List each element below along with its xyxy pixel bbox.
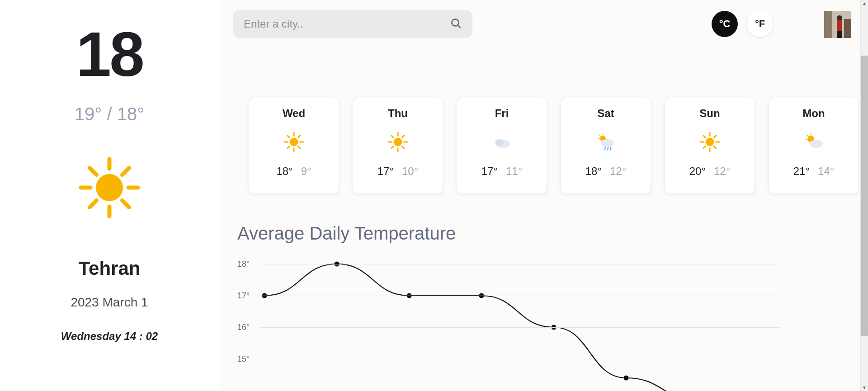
forecast-day-name: Fri — [495, 107, 509, 120]
forecast-day-name: Mon — [802, 107, 825, 120]
chart-y-tick: 15° — [237, 354, 250, 364]
search-input[interactable] — [244, 18, 450, 30]
high-low-temperature: 19° / 18° — [75, 104, 144, 124]
sunny-icon — [698, 128, 722, 156]
forecast-low: 9° — [301, 165, 311, 178]
sunny-icon — [282, 128, 306, 156]
forecast-card[interactable]: Fri 17° 11° — [457, 97, 547, 194]
high-temp: 19° — [75, 104, 102, 124]
forecast-temps: 20° 12° — [689, 165, 731, 178]
forecast-high: 21° — [793, 165, 810, 178]
svg-line-44 — [610, 147, 611, 150]
unit-fahrenheit-button[interactable]: °F — [747, 11, 773, 37]
svg-line-10 — [458, 25, 460, 28]
svg-line-24 — [288, 146, 290, 148]
forecast-low: 12° — [610, 165, 626, 178]
low-temp: 18° — [117, 104, 145, 124]
forecast-temps: 18° 9° — [276, 165, 311, 178]
forecast-high: 18° — [585, 165, 602, 178]
topbar: °C °F — [233, 10, 859, 38]
forecast-temps: 21° 14° — [793, 165, 835, 178]
chart-y-tick: 18° — [237, 259, 250, 269]
svg-line-8 — [123, 168, 129, 175]
scroll-down-icon[interactable]: ▼ — [862, 384, 867, 391]
forecast-day-name: Thu — [388, 107, 408, 120]
avatar[interactable] — [824, 11, 851, 38]
forecast-card[interactable]: Wed 18° 9° — [249, 97, 339, 194]
unit-toggle: °C °F — [712, 11, 773, 37]
svg-line-51 — [714, 146, 716, 148]
main-panel: °C °F Wed 18° 9° Thu 17° 10° Fri 17° — [219, 0, 868, 391]
forecast-high: 17° — [377, 165, 394, 178]
hi-lo-separator: / — [102, 104, 117, 124]
svg-rect-13 — [844, 19, 851, 38]
partly-cloudy-icon — [802, 128, 826, 156]
forecast-high: 20° — [689, 165, 706, 178]
svg-point-45 — [706, 138, 714, 146]
current-date: 2023 March 1 — [71, 295, 148, 310]
forecast-low: 12° — [714, 165, 730, 178]
sunny-icon — [75, 154, 143, 221]
current-condition-icon — [75, 154, 143, 221]
city-name: Tehran — [79, 258, 141, 279]
svg-line-7 — [90, 201, 97, 207]
chart-y-tick: 16° — [237, 323, 250, 332]
chart-gridline — [260, 327, 780, 328]
svg-line-31 — [392, 136, 394, 138]
forecast-temps: 18° 12° — [585, 165, 627, 178]
sidebar: 18 19° / 18° Tehran 2023 March 1 Wednesd… — [0, 0, 219, 391]
chart-section: Average Daily Temperature 18°17°16°15° — [233, 223, 859, 386]
forecast-day-name: Wed — [283, 107, 305, 120]
svg-line-40 — [599, 135, 600, 136]
chart-title: Average Daily Temperature — [237, 223, 859, 244]
svg-line-52 — [703, 146, 706, 148]
scrollbar[interactable]: ▲ ▼ — [860, 0, 868, 391]
scroll-up-icon[interactable]: ▲ — [862, 0, 867, 7]
forecast-temps: 17° 11° — [481, 165, 523, 178]
chart-gridline — [260, 264, 780, 264]
unit-celsius-button[interactable]: °C — [712, 11, 738, 37]
svg-line-34 — [402, 136, 404, 138]
svg-line-53 — [714, 136, 716, 138]
svg-rect-16 — [837, 31, 842, 38]
current-temperature: 18 — [76, 23, 143, 86]
svg-line-33 — [392, 146, 394, 148]
forecast-high: 17° — [481, 165, 498, 178]
svg-line-22 — [288, 136, 290, 138]
forecast-card[interactable]: Sun 20° 12° — [665, 97, 755, 194]
forecast-row: Wed 18° 9° Thu 17° 10° Fri 17° 11° Sat 1… — [233, 97, 859, 194]
forecast-low: 11° — [506, 165, 522, 178]
forecast-card[interactable]: Thu 17° 10° — [353, 97, 443, 194]
svg-rect-15 — [837, 20, 842, 32]
forecast-card[interactable]: Sat 18° 12° — [561, 97, 651, 194]
chart-gridline — [260, 359, 780, 359]
sunny-icon — [386, 128, 410, 156]
svg-line-57 — [807, 135, 808, 137]
svg-line-50 — [703, 136, 706, 138]
svg-point-26 — [394, 138, 402, 146]
scrollbar-thumb[interactable] — [861, 56, 868, 336]
svg-point-36 — [495, 139, 504, 146]
svg-point-17 — [290, 138, 298, 146]
svg-line-43 — [608, 147, 608, 150]
rain-icon — [594, 128, 618, 156]
svg-point-0 — [96, 174, 123, 201]
svg-line-25 — [298, 136, 300, 138]
svg-line-32 — [402, 146, 404, 148]
search-box[interactable] — [233, 10, 472, 38]
svg-line-5 — [90, 168, 97, 175]
chart-gridline — [260, 296, 780, 296]
forecast-card[interactable]: Mon 21° 14° — [769, 97, 859, 194]
svg-line-6 — [123, 201, 129, 207]
forecast-low: 14° — [818, 165, 834, 178]
search-icon[interactable] — [450, 17, 462, 31]
forecast-low: 10° — [402, 165, 418, 178]
svg-line-42 — [605, 147, 605, 150]
temperature-chart: 18°17°16°15° — [237, 259, 780, 386]
forecast-day-name: Sat — [597, 107, 614, 120]
cloudy-icon — [490, 128, 514, 156]
current-day-time: Wednesday 14 : 02 — [61, 330, 158, 343]
svg-point-41 — [601, 139, 614, 147]
svg-rect-12 — [824, 11, 832, 38]
svg-line-23 — [298, 146, 300, 148]
